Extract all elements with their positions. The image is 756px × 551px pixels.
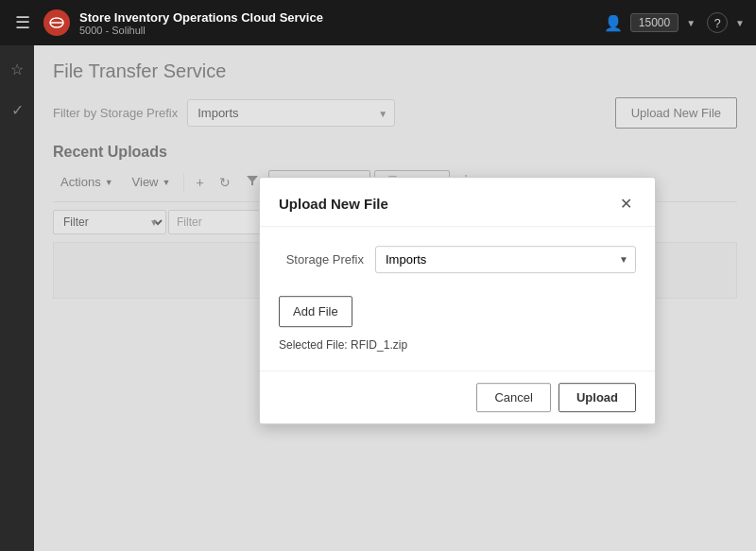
user-count-badge[interactable]: 15000 [630,13,679,32]
modal-header: Upload New File ✕ [260,178,655,227]
modal-title: Upload New File [279,196,388,212]
app-title-group: Store Inventory Operations Cloud Service… [79,10,594,36]
app-subtitle: 5000 - Solihull [79,25,594,36]
app-logo [43,9,70,36]
menu-icon[interactable]: ☰ [11,9,34,37]
modal-close-button[interactable]: ✕ [616,193,636,215]
add-file-section: Add File Selected File: RFID_1.zip [279,296,636,352]
modal-footer: Cancel Upload [260,370,655,423]
top-nav-bar: ☰ Store Inventory Operations Cloud Servi… [0,0,756,45]
confirm-upload-button[interactable]: Upload [558,383,636,412]
upload-modal: Upload New File ✕ Storage Prefix Imports… [259,177,656,424]
user-dropdown-icon[interactable]: ▼ [686,18,696,28]
cancel-button[interactable]: Cancel [476,383,550,412]
modal-storage-prefix-select-wrapper: Imports Exports [375,246,636,273]
help-icon[interactable]: ? [707,12,728,33]
help-dropdown-icon[interactable]: ▼ [735,18,745,28]
storage-prefix-field-row: Storage Prefix Imports Exports [279,246,636,273]
modal-storage-prefix-select[interactable]: Imports Exports [375,246,636,273]
user-icon: 👤 [604,14,623,32]
top-nav-right: 👤 15000 ▼ ? ▼ [604,12,745,33]
selected-file-text: Selected File: RFID_1.zip [279,338,636,352]
app-title: Store Inventory Operations Cloud Service [79,10,594,25]
add-file-button[interactable]: Add File [279,296,352,327]
sidebar-icon-home[interactable]: ☆ [7,57,27,82]
modal-body: Storage Prefix Imports Exports Add File … [260,227,655,370]
storage-prefix-field-label: Storage Prefix [279,252,364,267]
sidebar-icon-checklist[interactable]: ✓ [8,97,27,123]
left-sidebar: ☆ ✓ [0,45,34,551]
